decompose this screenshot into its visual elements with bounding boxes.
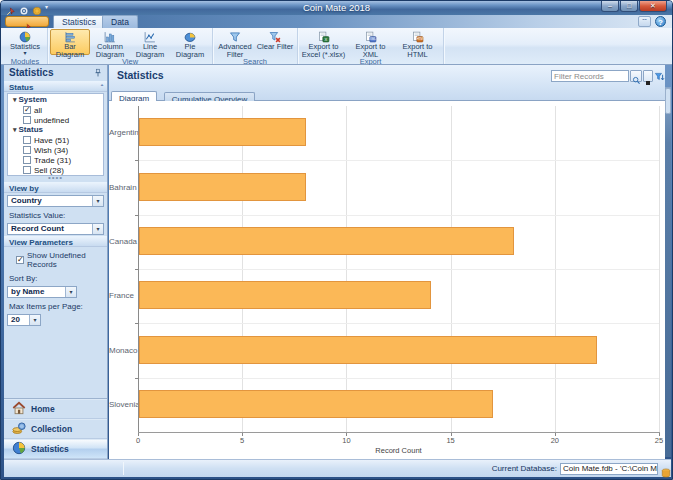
ribbon-group-modules: Statistics▾Modules <box>3 28 48 64</box>
filter-records-input[interactable] <box>551 70 629 82</box>
main-panel: Statistics Diagram Cumulative Overview 0… <box>109 65 665 459</box>
x-axis-label: Record Count <box>369 446 429 455</box>
application-menu-button[interactable] <box>5 16 49 27</box>
tab-data[interactable]: Data <box>102 15 138 28</box>
statistics-value-select[interactable]: Record Count ▾ <box>7 223 104 235</box>
category-label: Bahrain <box>109 183 133 192</box>
collapse-icon: ˆ <box>101 82 103 93</box>
x-axis <box>138 432 660 433</box>
chevron-down-icon[interactable]: ▾ <box>65 287 76 297</box>
view-by-value: Country <box>11 196 42 205</box>
category-label: Argentina <box>109 128 133 137</box>
filter-item-trade-31[interactable]: Trade (31) <box>8 155 103 165</box>
filter-item-label: undefined <box>34 116 69 125</box>
filter-options-button[interactable] <box>643 70 653 82</box>
close-button[interactable]: ✕ <box>639 1 667 12</box>
checkbox-unchecked[interactable] <box>23 146 31 154</box>
status-section-header[interactable]: Status ˆ <box>4 81 107 92</box>
sort-by-select[interactable]: by Name ▾ <box>7 286 77 298</box>
page-title: Statistics <box>117 69 164 81</box>
chart-area: 0510152025ArgentinaBahrainCanadaFranceMo… <box>109 101 665 457</box>
row-separator <box>138 378 659 379</box>
checkbox-unchecked[interactable] <box>23 166 31 174</box>
filter-item-wish-34[interactable]: Wish (34) <box>8 145 103 155</box>
minimize-button[interactable]: – <box>601 1 619 12</box>
line-diagram-button[interactable]: Line Diagram <box>130 29 170 55</box>
scrollbar-thumb[interactable] <box>665 88 671 114</box>
sort-by-label: Sort By: <box>4 271 107 284</box>
filter-item-undefined[interactable]: undefined <box>8 115 103 125</box>
gridline <box>659 106 660 432</box>
show-undefined-label: Show Undefined Records <box>27 251 107 269</box>
filter-icon <box>654 72 665 83</box>
x-tick-label: 15 <box>443 436 459 445</box>
minimize-ribbon-button[interactable]: ˇˇ <box>638 16 651 27</box>
export-to-html-button[interactable]: HTMExport to HTML <box>394 29 441 55</box>
maximize-button[interactable]: □ <box>620 1 638 12</box>
database-icon <box>661 464 671 480</box>
chevron-down-icon[interactable]: ▾ <box>92 224 103 234</box>
x-tick-label: 20 <box>547 436 563 445</box>
tab-statistics[interactable]: Statistics <box>53 15 105 28</box>
bar-slovenia <box>139 390 493 418</box>
max-items-select[interactable]: 20 ▾ <box>7 314 41 326</box>
filter-item-all[interactable]: all <box>8 105 103 115</box>
expand-arrow-icon: ▾ <box>13 96 17 103</box>
svg-text:HTM: HTM <box>416 37 423 41</box>
window-controls: – □ ✕ <box>601 1 667 12</box>
checkbox-unchecked[interactable] <box>23 116 31 124</box>
filter-sort-button[interactable] <box>654 69 665 82</box>
clear-filter-button[interactable]: Clear Filter <box>255 29 295 55</box>
status-bar: Current Database: Coin Mate.fdb - 'C:\Co… <box>4 459 671 477</box>
nav-item-label: Home <box>31 404 55 414</box>
ribbon-tab-row: Statistics Data ˇˇ ? <box>1 15 672 28</box>
checkbox-unchecked[interactable] <box>23 156 31 164</box>
expand-arrow-icon: ▾ <box>13 126 17 133</box>
statistics-button[interactable]: Statistics▾ <box>5 29 45 55</box>
tree-node-status[interactable]: ▾Status <box>8 125 103 135</box>
search-icon <box>632 76 641 85</box>
column-diagram-button[interactable]: Column Diagram <box>90 29 130 55</box>
diagram-tabs: Diagram Cumulative Overview <box>109 87 665 101</box>
bar-bahrain <box>139 173 306 201</box>
pin-icon[interactable] <box>93 68 103 78</box>
checkbox-checked[interactable] <box>23 106 31 114</box>
bar-canada <box>139 227 514 255</box>
vertical-scrollbar[interactable] <box>665 87 671 457</box>
sidebar-item-statistics[interactable]: Statistics <box>4 439 107 459</box>
filter-item-label: Wish (34) <box>34 146 68 155</box>
view-by-header: View by <box>4 182 107 193</box>
sidebar-item-home[interactable]: Home <box>4 399 107 419</box>
chevron-down-icon[interactable]: ▾ <box>92 196 103 206</box>
checkbox-checked[interactable] <box>16 256 24 264</box>
nav-item-label: Collection <box>31 424 72 434</box>
pie-diagram-button[interactable]: Pie Diagram <box>170 29 210 55</box>
x-tick-label: 10 <box>338 436 354 445</box>
filter-item-label: all <box>34 106 42 115</box>
category-label: Slovenia <box>109 400 133 409</box>
export-to-xml-button[interactable]: XMLExport to XML <box>347 29 394 55</box>
y-axis <box>138 106 139 432</box>
show-undefined-records-checkbox[interactable]: Show Undefined Records <box>4 247 107 271</box>
filter-item-have-51[interactable]: Have (51) <box>8 135 103 145</box>
export-to-excel-xlsx-button[interactable]: XExport to Excel (*.xlsx) <box>300 29 347 55</box>
row-separator <box>138 269 659 270</box>
ribbon-button-label: Clear Filter <box>257 43 294 51</box>
square-icon <box>646 81 650 85</box>
sidebar: Statistics Status ˆ ▾Systemallundefined▾… <box>4 65 108 459</box>
ribbon-group-view: Bar DiagramColumn DiagramLine DiagramPie… <box>48 28 213 64</box>
view-by-select[interactable]: Country ▾ <box>7 195 104 207</box>
ribbon-group-export: XExport to Excel (*.xlsx)XMLExport to XM… <box>298 28 444 64</box>
tree-node-system[interactable]: ▾System <box>8 95 103 105</box>
advanced-filter-button[interactable]: Advanced Filter <box>215 29 255 55</box>
bar-france <box>139 281 431 309</box>
category-label: Canada <box>109 237 133 246</box>
help-icon[interactable]: ? <box>655 16 666 27</box>
bar-diagram-button[interactable]: Bar Diagram <box>50 29 90 55</box>
app-window: ▾ Coin Mate 2018 – □ ✕ Statistics Data ˇ… <box>0 0 673 480</box>
search-button[interactable] <box>630 70 642 82</box>
sidebar-item-collection[interactable]: Collection <box>4 419 107 439</box>
chevron-down-icon[interactable]: ▾ <box>29 315 40 325</box>
panel-header: Statistics <box>109 65 665 87</box>
checkbox-unchecked[interactable] <box>23 136 31 144</box>
